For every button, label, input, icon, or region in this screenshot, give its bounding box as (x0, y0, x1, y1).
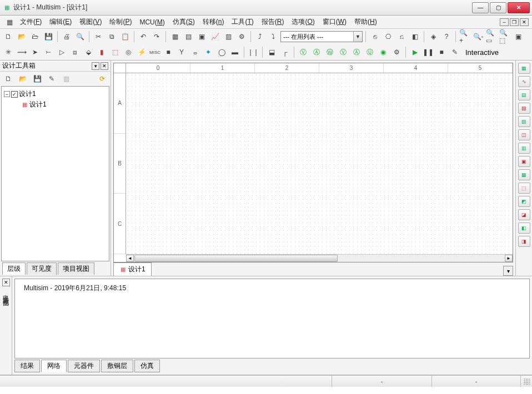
stop-icon[interactable]: ■ (435, 46, 448, 58)
help-icon[interactable]: ? (440, 31, 453, 43)
instrument-wattmeter-icon[interactable]: ▤ (518, 89, 530, 100)
zoom-out-icon[interactable]: 🔍- (472, 31, 484, 43)
minimize-button[interactable]: — (472, 2, 489, 13)
document-tab[interactable]: ▦ 设计1 (113, 262, 152, 276)
place-indicator-icon[interactable]: ◎ (122, 46, 134, 58)
open-file-icon[interactable]: 🗁 (29, 31, 41, 43)
tb-open-icon[interactable]: 📂 (17, 73, 29, 85)
toolbox-dropdown-button[interactable]: ▾ (92, 62, 99, 70)
sim-w-icon[interactable]: Ⓦ (324, 46, 336, 58)
close-button[interactable]: ✕ (508, 2, 530, 13)
inuse-list-input[interactable] (281, 32, 353, 42)
menu-app-icon[interactable]: ▦ (3, 16, 16, 28)
instrument-bode-icon[interactable]: ◫ (518, 129, 530, 140)
redo-icon[interactable]: ↷ (150, 31, 163, 43)
place-source-icon[interactable]: ✳ (2, 46, 14, 58)
instrument-4ch-scope-icon[interactable]: ▨ (518, 116, 530, 127)
menu-w[interactable]: 窗口(W) (319, 16, 350, 28)
menu-e[interactable]: 编辑(E) (46, 16, 75, 28)
sim-settings-icon[interactable]: ⚙ (390, 46, 403, 58)
component-a-icon[interactable]: ⤴ (254, 31, 266, 43)
properties-icon[interactable]: ⚙ (235, 31, 248, 43)
interactive-icon[interactable]: ✎ (449, 46, 461, 58)
hierarchy-icon[interactable]: ⬓ (265, 46, 278, 58)
zoom-fit-icon[interactable]: 🔍⬚ (499, 31, 511, 43)
place-rf-icon[interactable]: Y (175, 46, 188, 58)
menu-m[interactable]: MCU(M) (136, 17, 168, 27)
output-tab-3[interactable]: 敷铜层 (101, 360, 133, 372)
place-ni-icon[interactable]: ✦ (202, 46, 214, 58)
instrument-multimeter-icon[interactable]: ▦ (518, 63, 530, 74)
resize-grip-icon[interactable]: ⣿⣿ (520, 376, 532, 387)
mdi-restore-button[interactable]: ❐ (510, 18, 519, 26)
tb-view-icon[interactable]: ▥ (60, 73, 72, 85)
place-misc-digital-icon[interactable]: ▮ (96, 46, 108, 58)
zoom-area-icon[interactable]: 🔍▭ (485, 31, 498, 43)
menu-h[interactable]: 帮助(H) (351, 16, 380, 28)
place-diode-icon[interactable]: ➤ (29, 46, 41, 58)
output-tab-0[interactable]: 结果 (14, 360, 40, 372)
print-icon[interactable]: 🖨 (61, 31, 73, 43)
sidebar-tab-1[interactable]: 可见度 (27, 262, 57, 275)
tb-rename-icon[interactable]: ✎ (46, 73, 58, 85)
table-icon[interactable]: ▤ (182, 31, 194, 43)
pause-icon[interactable]: ❚❚ (422, 46, 434, 58)
sim-v-icon[interactable]: Ⓥ (297, 46, 309, 58)
scroll-right-icon[interactable]: ► (505, 255, 513, 262)
list-icon[interactable]: ▥ (222, 31, 234, 43)
menu-f[interactable]: 文件(F) (17, 16, 45, 28)
instrument-scope-icon[interactable]: ▧ (518, 103, 530, 114)
undo-icon[interactable]: ↶ (137, 31, 149, 43)
chevron-down-icon[interactable]: ▼ (353, 32, 362, 42)
save-icon[interactable]: 💾 (42, 31, 54, 43)
instrument-logican-icon[interactable]: ▩ (518, 169, 530, 180)
output-tab-1[interactable]: 网络 (41, 360, 67, 372)
menu-p[interactable]: 绘制(P) (106, 16, 135, 28)
tb-new-icon[interactable]: 🗋 (2, 73, 14, 85)
mdi-min-button[interactable]: – (500, 18, 509, 26)
output-close-button[interactable]: ✕ (2, 279, 10, 286)
wire-icon[interactable]: ┌ (279, 46, 291, 58)
place-bus-icon[interactable]: ❘❘ (247, 46, 259, 58)
instrument-net-icon[interactable]: ◨ (518, 236, 530, 247)
place-power-icon[interactable]: ⚡ (135, 46, 148, 58)
scroll-left-icon[interactable]: ◄ (126, 255, 134, 262)
tool-f-icon[interactable]: ◧ (409, 31, 421, 43)
tree-root-node[interactable]: − ✓ 设计1 (4, 89, 107, 99)
instrument-logic-conv-icon[interactable]: ⬚ (518, 183, 530, 194)
place-connector-icon[interactable]: ◯ (215, 46, 228, 58)
sim-v2-icon[interactable]: Ⓥ (337, 46, 349, 58)
tb-save-icon[interactable]: 💾 (31, 73, 43, 85)
grid-icon[interactable]: ▦ (169, 31, 181, 43)
horizontal-scrollbar[interactable]: ◄ ► (126, 254, 513, 262)
zoom-in-icon[interactable]: 🔍+ (459, 31, 471, 43)
instrument-spec-icon[interactable]: ◧ (518, 223, 530, 234)
checkbox-icon[interactable]: ✓ (11, 91, 18, 98)
place-basic-icon[interactable]: ⟿ (16, 46, 28, 58)
instrument-funcgen-icon[interactable]: ∿ (518, 76, 530, 87)
place-electromech-icon[interactable]: ⏛ (189, 46, 201, 58)
schematic-canvas[interactable]: 012345 ABC ◄ ► (113, 63, 513, 262)
sim-a-icon[interactable]: Ⓐ (310, 46, 323, 58)
menu-v[interactable]: 视图(V) (76, 16, 105, 28)
place-mixed-icon[interactable]: ⬚ (109, 46, 121, 58)
place-analog-icon[interactable]: ▷ (56, 46, 68, 58)
tool-d-icon[interactable]: ⎔ (382, 31, 394, 43)
doc-tab-more-button[interactable]: ▾ (503, 266, 513, 276)
sim-a2-icon[interactable]: Ⓐ (350, 46, 363, 58)
tb-refresh-icon[interactable]: ⟳ (96, 73, 108, 85)
menu-n[interactable]: 转移(n) (199, 16, 228, 28)
scroll-thumb[interactable] (134, 255, 338, 262)
maximize-button[interactable]: ▢ (490, 2, 506, 13)
open-folder-icon[interactable]: 📂 (16, 31, 28, 43)
toolbox-close-button[interactable]: ✕ (101, 62, 108, 70)
sidebar-tab-0[interactable]: 层级 (2, 262, 26, 275)
instrument-dist-icon[interactable]: ◪ (518, 209, 530, 220)
copy-icon[interactable]: ⧉ (106, 31, 118, 43)
tool-g-icon[interactable]: ◈ (427, 31, 439, 43)
design-tree[interactable]: − ✓ 设计1 ▦ 设计1 (1, 86, 109, 261)
tool-e-icon[interactable]: ⎌ (395, 31, 408, 43)
expand-icon[interactable]: − (4, 91, 10, 97)
print-preview-icon[interactable]: 🔍 (74, 31, 86, 43)
inuse-list-combo[interactable]: ▼ (280, 31, 363, 42)
